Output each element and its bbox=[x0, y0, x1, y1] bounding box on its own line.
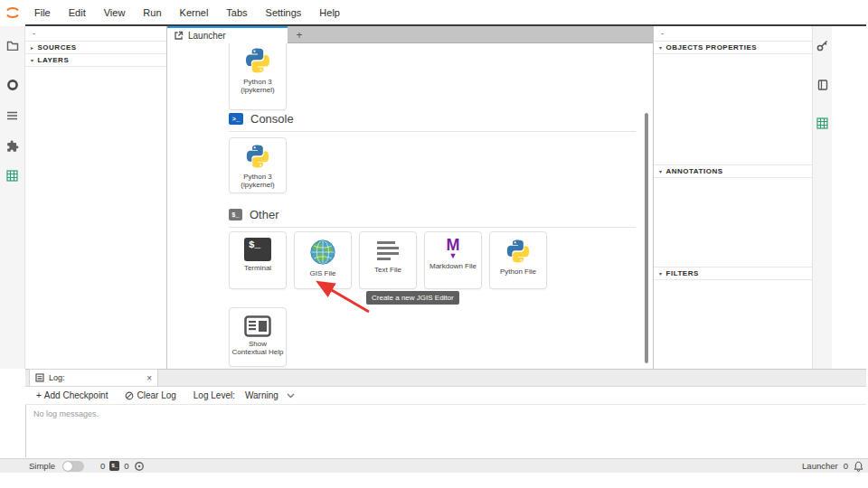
console-section-header: >_ Console bbox=[229, 112, 294, 126]
card-label: GIS File bbox=[308, 269, 338, 277]
menu-file[interactable]: File bbox=[25, 7, 60, 18]
other-section-title: Other bbox=[250, 208, 279, 221]
jgis-right-panel-icon[interactable] bbox=[810, 111, 835, 135]
menu-tabs[interactable]: Tabs bbox=[217, 7, 256, 18]
add-checkpoint-button[interactable]: + Add Checkpoint bbox=[36, 390, 108, 400]
log-empty-message: No log messages. bbox=[33, 409, 99, 418]
python-logo-icon bbox=[505, 238, 532, 265]
card-label: Text File bbox=[373, 266, 403, 274]
menu-edit[interactable]: Edit bbox=[60, 7, 95, 18]
card-label: Show Contextual Help bbox=[230, 340, 286, 356]
tab-bar: Launcher + bbox=[167, 26, 653, 43]
console-kernel-card[interactable]: Python 3 (ipykernel) bbox=[229, 137, 287, 193]
simple-mode-toggle[interactable] bbox=[62, 461, 84, 472]
notifications-count: 0 bbox=[844, 461, 848, 471]
console-icon: >_ bbox=[229, 113, 243, 125]
objects-properties-label: OBJECTS PROPERTIES bbox=[666, 43, 758, 52]
gis-globe-icon bbox=[308, 238, 337, 267]
filters-label: FILTERS bbox=[666, 269, 699, 277]
launcher-scrollbar[interactable] bbox=[645, 113, 648, 363]
card-label: Python File bbox=[498, 267, 538, 276]
application-window: File Edit View Run Kernel Tabs Settings … bbox=[0, 0, 868, 488]
close-icon[interactable]: × bbox=[146, 373, 152, 383]
extension-manager-icon[interactable] bbox=[0, 135, 25, 158]
collapsed-caret-icon: ▸ bbox=[31, 44, 34, 51]
objects-properties-header[interactable]: ▾ OBJECTS PROPERTIES bbox=[654, 41, 812, 54]
menu-run[interactable]: Run bbox=[134, 7, 170, 18]
simple-mode-label: Simple bbox=[29, 461, 55, 471]
kernels-count: 0 bbox=[124, 461, 128, 471]
card-label: Terminal bbox=[242, 264, 273, 272]
table-of-contents-icon[interactable] bbox=[0, 104, 25, 127]
sessions-indicator[interactable]: 0 $_ 0 bbox=[100, 461, 145, 472]
log-icon bbox=[35, 373, 44, 382]
expanded-caret-icon: ▾ bbox=[31, 57, 34, 63]
tab-launcher[interactable]: Launcher bbox=[167, 26, 288, 43]
dropdown-caret-icon bbox=[287, 393, 295, 399]
log-console-panel: Log: × + Add Checkpoint Clear Log Log Le… bbox=[25, 369, 866, 458]
log-toolbar: + Add Checkpoint Clear Log Log Level: Wa… bbox=[25, 387, 866, 405]
menu-bar: File Edit View Run Kernel Tabs Settings … bbox=[0, 0, 868, 24]
card-text-file[interactable]: Text File bbox=[359, 231, 417, 289]
menu-kernel[interactable]: Kernel bbox=[171, 7, 218, 18]
tab-log[interactable]: Log: × bbox=[29, 369, 158, 386]
filters-header[interactable]: ▾ FILTERS bbox=[654, 267, 812, 280]
right-panel: - ▾ OBJECTS PROPERTIES ▾ ANNOTATIONS ▾ F… bbox=[653, 26, 812, 369]
tooltip-create-jgis: Create a new JGIS Editor bbox=[366, 291, 459, 305]
main-dock-area: Launcher + Python 3 (ipykernel) >_ Conso… bbox=[167, 26, 653, 369]
clear-log-icon bbox=[125, 391, 134, 400]
jgis-panel-icon[interactable] bbox=[0, 164, 25, 187]
terminal-status-icon: $_ bbox=[109, 461, 119, 471]
other-cards-row: $_ Terminal GIS File bbox=[229, 231, 547, 289]
card-label: Markdown File bbox=[428, 262, 478, 270]
expanded-caret-icon: ▾ bbox=[659, 44, 663, 51]
sources-label: SOURCES bbox=[38, 43, 77, 52]
file-browser-icon[interactable] bbox=[0, 33, 25, 57]
card-python-file[interactable]: Python File bbox=[489, 231, 547, 289]
right-sidebar bbox=[812, 26, 832, 369]
layers-label: LAYERS bbox=[38, 56, 70, 64]
running-kernels-icon[interactable] bbox=[0, 73, 25, 97]
other-section-header: $_ Other bbox=[229, 208, 279, 221]
new-tab-button[interactable]: + bbox=[288, 26, 311, 43]
card-label: Python 3 (ipykernel) bbox=[230, 173, 286, 189]
notebook-kernel-card[interactable]: Python 3 (ipykernel) bbox=[229, 43, 287, 110]
kernel-status-icon bbox=[134, 461, 145, 472]
right-panel-title: - bbox=[654, 26, 812, 42]
clear-log-button[interactable]: Clear Log bbox=[125, 390, 175, 400]
terminal-section-icon: $_ bbox=[229, 209, 242, 221]
property-inspector-key-icon[interactable] bbox=[810, 33, 835, 57]
log-level-label: Log Level: bbox=[193, 390, 235, 400]
annotations-label: ANNOTATIONS bbox=[666, 167, 723, 175]
launcher-content: Python 3 (ipykernel) >_ Console Python 3… bbox=[167, 43, 653, 369]
layers-section-header[interactable]: ▾ LAYERS bbox=[25, 53, 166, 67]
card-markdown-file[interactable]: M ▼ Markdown File bbox=[424, 231, 482, 289]
terminal-icon: $_ bbox=[244, 238, 271, 261]
log-content: No log messages. bbox=[25, 405, 866, 457]
log-level-select[interactable]: Warning bbox=[245, 390, 295, 400]
debugger-book-icon[interactable] bbox=[810, 73, 835, 97]
sources-section-header[interactable]: ▸ SOURCES bbox=[25, 41, 166, 54]
terminals-count: 0 bbox=[100, 461, 105, 471]
card-terminal[interactable]: $_ Terminal bbox=[229, 231, 287, 289]
current-activity-label: Launcher bbox=[802, 461, 838, 471]
log-tab-bar: Log: × bbox=[25, 370, 866, 387]
section-divider bbox=[229, 131, 636, 132]
launcher-tab-icon bbox=[174, 31, 184, 41]
console-section-title: Console bbox=[250, 112, 294, 126]
card-gis-file[interactable]: GIS File bbox=[294, 231, 352, 289]
markdown-icon: M ▼ bbox=[447, 238, 460, 259]
jupyter-logo-icon bbox=[0, 6, 25, 19]
left-sidebar bbox=[0, 26, 25, 369]
card-contextual-help[interactable]: Show Contextual Help bbox=[229, 307, 287, 367]
expanded-caret-icon: ▾ bbox=[659, 270, 663, 277]
menu-view[interactable]: View bbox=[95, 7, 135, 18]
annotations-header[interactable]: ▾ ANNOTATIONS bbox=[654, 164, 812, 178]
expanded-caret-icon: ▾ bbox=[659, 168, 663, 174]
menu-help[interactable]: Help bbox=[310, 7, 349, 18]
log-tab-label: Log: bbox=[49, 373, 65, 382]
left-panel-title: - bbox=[25, 26, 166, 42]
bell-icon[interactable] bbox=[854, 461, 863, 472]
menu-settings[interactable]: Settings bbox=[257, 7, 311, 18]
python-logo-icon bbox=[243, 46, 272, 75]
